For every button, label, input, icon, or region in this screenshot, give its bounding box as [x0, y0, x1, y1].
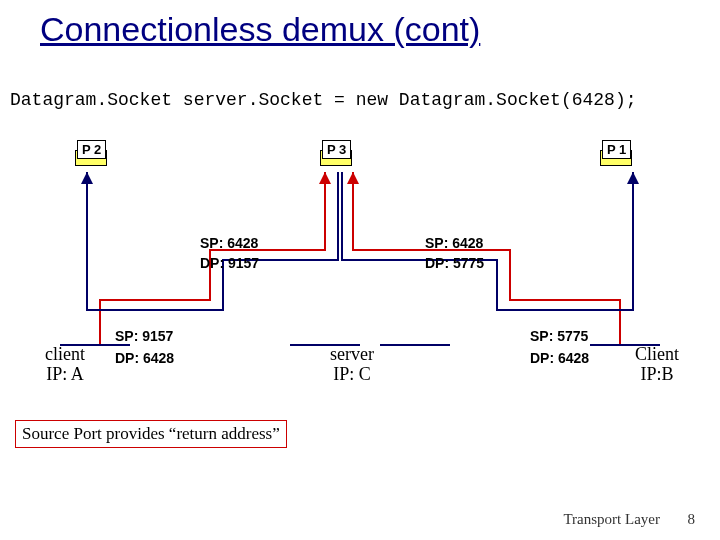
demux-diagram	[0, 140, 720, 450]
host-server: server IP: C	[330, 345, 374, 385]
host-client-b: Client IP:B	[635, 345, 679, 385]
page-title: Connectionless demux (cont)	[40, 10, 480, 49]
label-sp6428-left: SP: 6428	[200, 235, 258, 251]
host-client-a-l1: client	[45, 345, 85, 365]
note-box: Source Port provides “return address”	[15, 420, 287, 448]
label-sp6428-right: SP: 6428	[425, 235, 483, 251]
label-sp5775: SP: 5775	[530, 328, 588, 344]
label-dp5775: DP: 5775	[425, 255, 484, 271]
footer-section: Transport Layer	[563, 511, 660, 528]
host-client-b-l2: IP:B	[635, 365, 679, 385]
code-line: Datagram.Socket server.Socket = new Data…	[10, 90, 637, 110]
host-server-l2: IP: C	[330, 365, 374, 385]
host-server-l1: server	[330, 345, 374, 365]
label-dp6428-right: DP: 6428	[530, 350, 589, 366]
label-dp9157: DP: 9157	[200, 255, 259, 271]
footer-page: 8	[688, 511, 696, 528]
host-client-a: client IP: A	[45, 345, 85, 385]
label-sp9157: SP: 9157	[115, 328, 173, 344]
host-client-b-l1: Client	[635, 345, 679, 365]
host-client-a-l2: IP: A	[45, 365, 85, 385]
label-dp6428-left: DP: 6428	[115, 350, 174, 366]
